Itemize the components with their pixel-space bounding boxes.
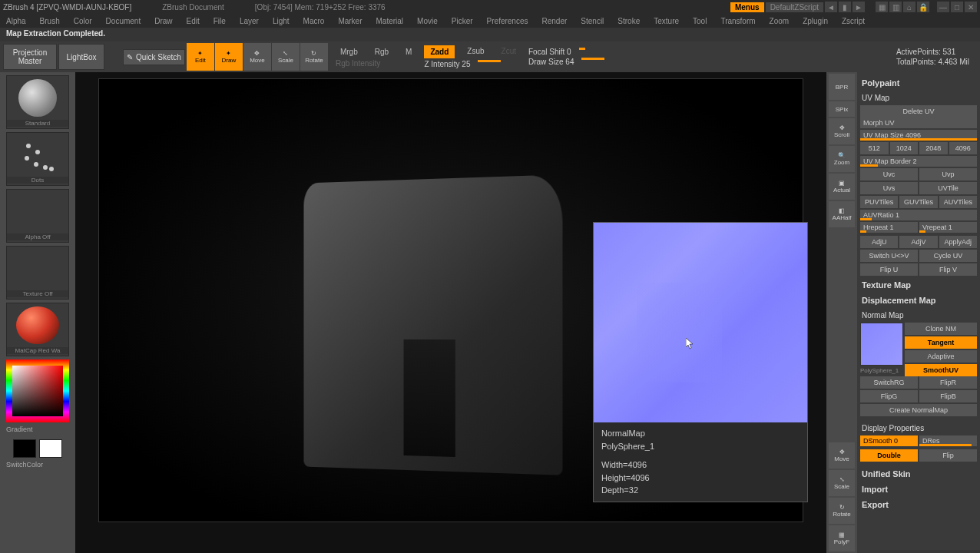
menu-edit[interactable]: Edit xyxy=(187,17,200,25)
tangent-button[interactable]: Tangent xyxy=(905,336,977,349)
draw-size-slider[interactable]: Draw Size 64 xyxy=(528,58,574,66)
menu-light[interactable]: Light xyxy=(273,17,290,25)
color-picker[interactable] xyxy=(6,359,69,422)
maximize-icon[interactable]: □ xyxy=(951,2,963,12)
home-icon[interactable]: ⌂ xyxy=(903,2,915,12)
dispmap-section[interactable]: Displacement Map xyxy=(860,293,977,308)
size-512[interactable]: 512 xyxy=(860,142,889,154)
dres-slider[interactable]: DRes xyxy=(919,435,977,446)
flipu-button[interactable]: Flip U xyxy=(860,263,918,276)
delete-uv-button[interactable]: Delete UV xyxy=(860,105,977,118)
menu-stencil[interactable]: Stencil xyxy=(581,17,604,25)
close-icon[interactable]: ✕ xyxy=(965,2,977,12)
menus-button[interactable]: Menus xyxy=(730,2,764,12)
rotate-view-button[interactable]: ↻Rotate xyxy=(829,498,855,524)
clone-nm-button[interactable]: Clone NM xyxy=(905,323,977,335)
display-props-section[interactable]: Display Properties xyxy=(860,421,977,435)
export-section[interactable]: Export xyxy=(860,497,977,512)
draw-button[interactable]: ✦Draw xyxy=(215,43,243,71)
adjv-button[interactable]: AdjV xyxy=(899,236,937,248)
edit-button[interactable]: ✦Edit xyxy=(187,43,214,71)
divider-icon[interactable]: ▮ xyxy=(839,2,851,12)
menu-macro[interactable]: Macro xyxy=(303,17,325,25)
auvratio-slider[interactable]: AUVRatio 1 xyxy=(860,210,977,220)
menu-render[interactable]: Render xyxy=(542,17,568,25)
normalmap-thumbnail[interactable] xyxy=(860,323,903,366)
switchuv-button[interactable]: Switch U<>V xyxy=(860,250,918,262)
menu-material[interactable]: Material xyxy=(376,17,404,25)
morph-uv-button[interactable]: Morph UV xyxy=(860,118,977,128)
m-button[interactable]: M xyxy=(401,46,416,58)
create-normalmap-button[interactable]: Create NormalMap xyxy=(860,404,977,416)
zcut-button[interactable]: Zcut xyxy=(497,45,521,58)
grid-icon[interactable]: ▦ xyxy=(876,2,888,12)
quicksketch-button[interactable]: ✎ Quick Sketch xyxy=(123,49,185,65)
minimize-icon[interactable]: — xyxy=(937,2,949,12)
size-1024[interactable]: 1024 xyxy=(890,142,919,154)
menu-color[interactable]: Color xyxy=(74,17,92,25)
menu-transform[interactable]: Transform xyxy=(720,17,755,25)
menu-preferences[interactable]: Preferences xyxy=(487,17,528,25)
menu-tool[interactable]: Tool xyxy=(693,17,707,25)
switchrg-button[interactable]: SwitchRG xyxy=(860,376,918,389)
alpha-slot[interactable]: Alpha Off xyxy=(6,189,69,243)
actual-button[interactable]: ▣Actual xyxy=(829,174,855,200)
switchcolor-button[interactable]: SwitchColor xyxy=(3,461,72,469)
uvtile-button[interactable]: UVTile xyxy=(919,182,977,194)
uvmap-section[interactable]: UV Map xyxy=(860,91,977,105)
focal-shift-slider[interactable]: Focal Shift 0 xyxy=(528,48,571,56)
brush-slot[interactable]: Standard xyxy=(6,75,69,129)
aahalf-button[interactable]: ◧AAHalf xyxy=(829,201,855,227)
flipv-button[interactable]: Flip V xyxy=(919,263,977,276)
move-button[interactable]: ✥Move xyxy=(243,43,271,71)
auvtiles-button[interactable]: AUVTiles xyxy=(939,196,977,208)
menu-zoom[interactable]: Zoom xyxy=(770,17,790,25)
lightbox-button[interactable]: LightBox xyxy=(58,44,104,70)
mrgb-button[interactable]: Mrgb xyxy=(336,46,363,58)
hrepeat-slider[interactable]: Hrepeat 1 xyxy=(860,222,918,233)
menu-picker[interactable]: Picker xyxy=(452,17,473,25)
menu-zplugin[interactable]: Zplugin xyxy=(803,17,828,25)
scale-button[interactable]: ⤡Scale xyxy=(272,43,300,71)
swatch-white[interactable] xyxy=(39,439,62,458)
zoom-button[interactable]: 🔍Zoom xyxy=(829,146,855,172)
zadd-button[interactable]: Zadd xyxy=(424,45,455,58)
menu-texture[interactable]: Texture xyxy=(654,17,679,25)
scale-view-button[interactable]: ⤡Scale xyxy=(829,470,855,496)
menu-marker[interactable]: Marker xyxy=(338,17,362,25)
texture-slot[interactable]: Texture Off xyxy=(6,246,69,300)
spix-button[interactable]: SPix xyxy=(829,101,855,117)
menu-brush[interactable]: Brush xyxy=(40,17,60,25)
unifiedskin-section[interactable]: Unified Skin xyxy=(860,466,977,482)
polyf-button[interactable]: ▦PolyF xyxy=(829,525,855,551)
arrow-right-icon[interactable]: ► xyxy=(853,2,865,12)
uvborder-slider[interactable]: UV Map Border 2 xyxy=(860,156,977,167)
stroke-slot[interactable]: Dots xyxy=(6,132,69,186)
flipb-button[interactable]: FlipB xyxy=(919,390,977,402)
adaptive-button[interactable]: Adaptive xyxy=(905,350,977,363)
cycleuv-button[interactable]: Cycle UV xyxy=(919,250,977,262)
layout-icon[interactable]: ▥ xyxy=(889,2,902,12)
adju-button[interactable]: AdjU xyxy=(860,236,898,248)
guvtiles-button[interactable]: GUVTiles xyxy=(899,196,937,208)
dsmooth-slider[interactable]: DSmooth 0 xyxy=(860,435,918,446)
menu-zscript[interactable]: Zscript xyxy=(842,17,865,25)
normalmap-section[interactable]: Normal Map xyxy=(860,308,977,323)
move-view-button[interactable]: ✥Move xyxy=(829,442,855,469)
uvs-button[interactable]: Uvs xyxy=(860,182,918,194)
import-section[interactable]: Import xyxy=(860,482,977,497)
zsub-button[interactable]: Zsub xyxy=(462,45,488,58)
texturemap-section[interactable]: Texture Map xyxy=(860,277,977,293)
smoothuv-button[interactable]: SmoothUV xyxy=(905,364,977,376)
menu-alpha[interactable]: Alpha xyxy=(6,17,26,25)
bpr-button[interactable]: BPR xyxy=(829,74,855,100)
size-2048[interactable]: 2048 xyxy=(919,142,948,154)
menu-movie[interactable]: Movie xyxy=(417,17,438,25)
menu-stroke[interactable]: Stroke xyxy=(617,17,640,25)
scroll-button[interactable]: ✥Scroll xyxy=(829,118,855,144)
menu-file[interactable]: File xyxy=(214,17,226,25)
size-4096[interactable]: 4096 xyxy=(949,142,978,154)
menu-document[interactable]: Document xyxy=(106,17,141,25)
flip-button[interactable]: Flip xyxy=(919,449,977,462)
swatch-black[interactable] xyxy=(13,439,36,458)
